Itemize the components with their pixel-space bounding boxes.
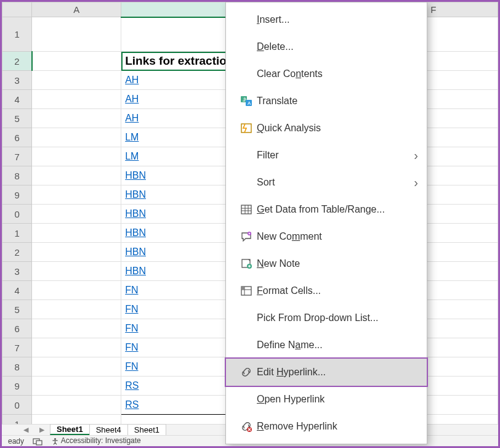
hyperlink-cell[interactable]: FN (125, 323, 138, 333)
hyperlink-cell[interactable]: LM (125, 132, 139, 142)
menu-item-label: New Comment (257, 231, 418, 242)
sheet-tab[interactable]: Sheet1 (127, 424, 166, 435)
menu-item-sort[interactable]: Sort› (226, 169, 427, 196)
cell[interactable] (32, 281, 121, 300)
menu-item-label: Get Data from Table/Range... (257, 204, 418, 215)
hyperlink-cell[interactable]: RS (125, 380, 139, 391)
menu-item-label: Pick From Drop-down List... (257, 312, 418, 324)
accessibility-status[interactable]: Accessibility: Investigate (51, 436, 141, 445)
table-icon (236, 203, 257, 216)
cell[interactable] (32, 377, 121, 396)
cell[interactable] (32, 243, 121, 262)
cell[interactable] (32, 224, 121, 243)
sheet-tab[interactable]: Sheet1 (50, 424, 90, 435)
note-icon (236, 258, 257, 270)
menu-item-newcomment[interactable]: New Comment (226, 223, 427, 250)
cell[interactable] (32, 319, 121, 338)
cell[interactable] (32, 71, 121, 90)
hyperlink-cell[interactable]: RS (125, 399, 139, 410)
cell[interactable] (32, 109, 121, 128)
cell[interactable] (32, 300, 121, 319)
hyperlink-cell[interactable]: HBN (125, 208, 146, 219)
row-header[interactable]: 7 (2, 147, 32, 166)
hyperlink-cell[interactable]: LM (125, 151, 139, 161)
menu-item-format[interactable]: Format Cells... (226, 277, 427, 304)
hyperlink-cell[interactable]: HBN (125, 170, 146, 181)
hyperlink-cell[interactable]: HBN (125, 189, 146, 200)
menu-item-edithyper[interactable]: Edit Hyperlink... (226, 359, 427, 386)
cell[interactable] (32, 357, 121, 377)
cell[interactable] (32, 396, 121, 415)
row-header[interactable]: 7 (2, 338, 32, 357)
row-header[interactable]: 6 (2, 319, 32, 338)
menu-item-pick[interactable]: Pick From Drop-down List... (226, 304, 427, 332)
row-header[interactable]: 1 (2, 17, 32, 52)
hyperlink-cell[interactable]: HBN (125, 246, 146, 257)
cell[interactable] (32, 90, 121, 109)
status-mode: eady (8, 437, 24, 446)
menu-item-insert[interactable]: Insert... (226, 6, 427, 33)
hyperlink-cell[interactable]: AH (125, 75, 139, 85)
row-header[interactable]: 1 (2, 415, 32, 425)
menu-item-label: New Note (257, 258, 418, 269)
row-header[interactable]: 2 (2, 243, 32, 262)
menu-item-translate[interactable]: あATranslate (226, 88, 427, 115)
row-header[interactable]: 0 (2, 205, 32, 224)
menu-item-delete[interactable]: Delete... (226, 33, 427, 60)
row-header[interactable]: 9 (2, 377, 32, 396)
sheet-tab[interactable]: Sheet4 (89, 424, 128, 435)
menu-item-label: Insert... (257, 14, 418, 25)
cell[interactable] (32, 17, 121, 52)
hyperlink-cell[interactable]: AH (125, 94, 139, 104)
menu-item-removehyper[interactable]: Remove Hyperlink (226, 413, 427, 440)
row-header[interactable]: 1 (2, 224, 32, 243)
menu-item-define[interactable]: Define Name... (226, 332, 427, 359)
cell[interactable] (32, 128, 121, 147)
tab-nav-next[interactable]: ▶ (34, 424, 50, 435)
hyperlink-cell[interactable]: FN (125, 304, 138, 314)
row-header[interactable]: 4 (2, 90, 32, 109)
svg-point-26 (54, 438, 56, 440)
cell[interactable] (32, 147, 121, 166)
display-settings-icon[interactable] (33, 437, 42, 446)
row-header[interactable]: 0 (2, 396, 32, 415)
row-header[interactable]: 6 (2, 128, 32, 147)
cell[interactable] (32, 205, 121, 224)
row-header[interactable]: 8 (2, 166, 32, 185)
row-header[interactable]: 9 (2, 185, 32, 205)
cell[interactable] (32, 185, 121, 205)
hyperlink-cell[interactable]: HBN (125, 227, 146, 238)
menu-item-openhyper[interactable]: Open Hyperlink (226, 386, 427, 413)
menu-item-newnote[interactable]: New Note (226, 250, 427, 277)
cell[interactable] (32, 338, 121, 357)
menu-item-quick[interactable]: Quick Analysis (226, 115, 427, 142)
hyperlink-cell[interactable]: FN (125, 285, 138, 295)
cell[interactable] (32, 52, 121, 71)
quick-icon (236, 122, 257, 134)
cell[interactable] (32, 262, 121, 281)
menu-item-filter[interactable]: Filter› (226, 142, 427, 169)
row-header[interactable]: 2 (2, 52, 32, 71)
menu-item-label: Edit Hyperlink... (257, 367, 418, 378)
col-header-A[interactable]: A (32, 2, 121, 17)
menu-item-getdata[interactable]: Get Data from Table/Range... (226, 196, 427, 223)
hyperlink-cell[interactable]: HBN (125, 266, 146, 276)
row-header[interactable]: 8 (2, 357, 32, 377)
cell[interactable] (32, 166, 121, 185)
menu-item-label: Filter (257, 150, 414, 161)
row-header[interactable]: 3 (2, 262, 32, 281)
row-header[interactable]: 3 (2, 71, 32, 90)
cell[interactable] (32, 415, 121, 425)
hyperlink-cell[interactable]: AH (125, 113, 139, 123)
tab-nav-prev[interactable]: ◀ (18, 424, 34, 435)
comment-icon (236, 230, 257, 243)
row-header[interactable]: 5 (2, 109, 32, 128)
submenu-arrow-icon: › (414, 149, 418, 163)
row-header[interactable]: 4 (2, 281, 32, 300)
row-header[interactable]: 5 (2, 300, 32, 319)
menu-item-clear[interactable]: Clear Contents (226, 60, 427, 88)
hyperlink-cell[interactable]: FN (125, 342, 138, 352)
menu-item-label: Translate (257, 96, 418, 107)
hyperlink-cell[interactable]: FN (125, 361, 138, 372)
select-all-corner[interactable] (2, 2, 32, 17)
